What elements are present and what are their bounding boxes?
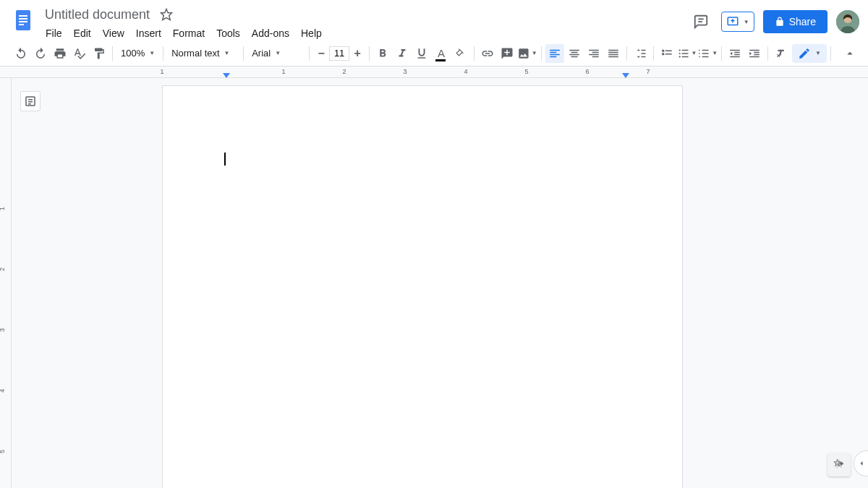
menu-file[interactable]: File [41,25,67,42]
comments-icon[interactable] [689,10,712,33]
chevron-down-icon: ▼ [815,50,821,56]
svg-point-13 [678,56,680,57]
svg-rect-2 [19,18,27,20]
bold-button[interactable] [373,44,392,63]
vertical-ruler[interactable]: 1 2 3 4 5 [0,78,12,488]
pencil-icon [798,47,811,60]
indent-increase-button[interactable] [745,44,764,63]
right-indent-marker[interactable] [622,73,629,78]
document-canvas[interactable] [12,78,868,488]
chevron-down-icon: ▼ [275,50,281,56]
menu-help[interactable]: Help [296,25,327,42]
share-button[interactable]: Share [763,10,827,33]
chevron-down-icon: ▼ [532,50,537,56]
title-area: Untitled document File Edit View Insert … [41,6,689,42]
text-cursor [224,153,226,166]
svg-rect-4 [19,24,24,25]
align-left-button[interactable] [545,44,564,63]
svg-point-11 [678,49,680,51]
indent-decrease-button[interactable] [726,44,744,63]
clear-formatting-button[interactable] [772,44,791,63]
numbered-list-button[interactable]: ▼ [697,44,718,63]
bulleted-list-button[interactable]: ▼ [677,44,697,63]
insert-image-button[interactable]: ▼ [517,44,537,63]
svg-point-12 [678,52,680,53]
svg-rect-1 [19,15,27,17]
font-size-control: − + [313,46,365,61]
redo-button[interactable] [31,44,50,63]
menu-format[interactable]: Format [168,25,210,42]
paragraph-style-select[interactable]: Normal text▼ [167,44,239,63]
share-label: Share [789,16,816,27]
menu-view[interactable]: View [98,25,129,42]
add-comment-button[interactable] [498,44,516,63]
checklist-button[interactable] [658,44,676,63]
svg-rect-3 [19,21,27,22]
align-center-button[interactable] [565,44,584,63]
document-title[interactable]: Untitled document [41,6,154,24]
horizontal-ruler[interactable]: 1 1 2 3 4 5 6 7 [0,67,868,78]
chevron-down-icon: ▼ [149,50,155,56]
star-icon[interactable] [160,8,173,21]
paint-format-button[interactable] [90,44,109,63]
menu-edit[interactable]: Edit [69,25,96,42]
header: Untitled document File Edit View Insert … [0,0,868,40]
collapse-toolbar-button[interactable] [843,47,856,60]
align-justify-button[interactable] [604,44,623,63]
print-button[interactable] [51,44,69,63]
menu-insert[interactable]: Insert [131,25,166,42]
font-select[interactable]: Arial▼ [247,44,305,63]
page[interactable] [162,85,683,488]
header-right: ▼ Share [689,10,859,33]
toolbar: 100%▼ Normal text▼ Arial▼ − + A ▼ ▼ ▼ ▼ [0,40,868,67]
font-size-decrease[interactable]: − [313,46,329,61]
chevron-down-icon: ▼ [744,19,749,25]
menu-tools[interactable]: Tools [211,25,245,42]
spellcheck-button[interactable] [70,44,89,63]
highlight-button[interactable] [451,44,470,63]
svg-marker-5 [161,9,172,20]
italic-button[interactable] [393,44,412,63]
explore-button[interactable] [827,453,851,476]
chevron-down-icon: ▼ [691,50,697,56]
menu-addons[interactable]: Add-ons [247,25,294,42]
docs-logo[interactable] [9,6,38,35]
font-size-increase[interactable]: + [349,46,365,61]
text-color-button[interactable]: A [432,44,451,63]
menu-bar: File Edit View Insert Format Tools Add-o… [41,25,689,42]
align-right-button[interactable] [584,44,603,63]
chevron-down-icon: ▼ [712,50,718,56]
insert-link-button[interactable] [478,44,497,63]
chevron-down-icon: ▼ [224,50,230,56]
user-avatar[interactable] [836,10,859,33]
underline-button[interactable] [412,44,431,63]
present-button[interactable]: ▼ [721,12,754,32]
font-size-input[interactable] [329,46,349,61]
zoom-select[interactable]: 100%▼ [116,44,159,63]
undo-button[interactable] [12,44,30,63]
line-spacing-button[interactable] [631,44,650,63]
workspace: 1 2 3 4 5 [0,78,868,488]
lock-icon [775,17,785,27]
left-indent-marker[interactable] [223,73,230,78]
svg-rect-0 [16,10,30,30]
editing-mode-button[interactable]: ▼ [792,44,827,63]
